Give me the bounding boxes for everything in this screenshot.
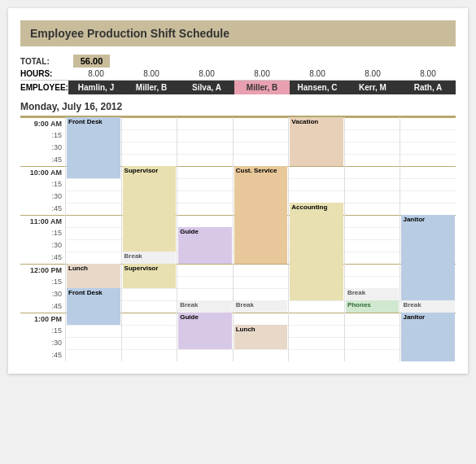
- time-945: :45: [20, 154, 65, 166]
- hours-cells: 8.00 8.00 8.00 8.00 8.00 8.00 8.00: [68, 69, 456, 78]
- col-miller2: Cust. Service Break Lunch: [233, 117, 289, 361]
- hours-row: HOURS: 8.00 8.00 8.00 8.00 8.00 8.00 8.0…: [20, 69, 456, 81]
- page-title: Employee Production Shift Schedule: [20, 20, 456, 46]
- time-9am: 9:00 AM: [20, 117, 65, 129]
- time-1015: :15: [20, 178, 65, 190]
- miller2-lunch: Lunch: [234, 325, 288, 349]
- emp-rath: Rath, A: [400, 81, 456, 94]
- hamlin-front-desk-1: Front Desk: [67, 117, 120, 178]
- hour-cell: 8.00: [290, 69, 345, 78]
- emp-hansen: Hansen, C: [290, 81, 345, 94]
- time-1045: :45: [20, 203, 65, 215]
- hour-cell: 8.00: [179, 69, 234, 78]
- col-kerr: Break Phones: [344, 117, 400, 361]
- time-930: :30: [20, 142, 65, 154]
- emp-miller-b: Miller, B: [124, 81, 179, 94]
- time-1115: :15: [20, 227, 65, 239]
- hour-cell: 8.00: [400, 69, 456, 78]
- employees-grid: Front Desk Lunch Front Desk: [65, 117, 456, 361]
- employee-cells: Hamlin, J Miller, B Silva, A Miller, B H…: [68, 81, 456, 94]
- silva-guide-2: Guide: [178, 313, 232, 349]
- emp-kerr: Kerr, M: [345, 81, 400, 94]
- hansen-accounting: Accounting: [290, 203, 343, 300]
- miller2-cust-service: Cust. Service: [234, 166, 288, 264]
- schedule-grid: 9:00 AM :15 :30 :45 10:00 AM :15 :30 :45…: [20, 116, 456, 361]
- day-header: Monday, July 16, 2012: [20, 101, 456, 112]
- time-1230: :30: [20, 288, 65, 300]
- total-row: TOTAL: 56.00: [20, 55, 456, 68]
- hour-cell: 8.00: [124, 69, 179, 78]
- miller-supervisor-1: Supervisor: [123, 166, 177, 264]
- col-hamlin: Front Desk Lunch Front Desk: [65, 117, 121, 361]
- kerr-break: Break: [346, 288, 400, 300]
- kerr-phones: Phones: [346, 300, 400, 313]
- miller2-break: Break: [234, 300, 288, 313]
- time-130: :30: [20, 337, 65, 349]
- miller-break: Break: [123, 252, 177, 264]
- miller-supervisor-2: Supervisor: [123, 264, 177, 288]
- hansen-vacation: Vacation: [290, 117, 343, 166]
- time-1030: :30: [20, 190, 65, 203]
- time-1245: :45: [20, 300, 65, 313]
- time-column: 9:00 AM :15 :30 :45 10:00 AM :15 :30 :45…: [20, 117, 65, 361]
- time-115: :15: [20, 325, 65, 337]
- silva-guide-1: Guide: [178, 227, 232, 264]
- time-1pm: 1:00 PM: [20, 313, 65, 325]
- col-silva: Guide Break Guide: [177, 117, 233, 361]
- hours-label: HOURS:: [20, 69, 68, 78]
- rath-janitor-2: Janitor: [401, 313, 455, 361]
- hour-cell: 8.00: [345, 69, 400, 78]
- col-miller: Supervisor Break Supervisor: [121, 117, 177, 361]
- rath-break: Break: [401, 300, 455, 313]
- employee-row: EMPLOYEE: Hamlin, J Miller, B Silva, A M…: [20, 81, 456, 94]
- time-915: :15: [20, 129, 65, 142]
- col-rath: Janitor Break Janitor: [400, 117, 456, 361]
- time-11am: 11:00 AM: [20, 215, 65, 227]
- rath-janitor-1: Janitor: [401, 215, 455, 313]
- time-1130: :30: [20, 239, 65, 252]
- totals-section: TOTAL: 56.00 HOURS: 8.00 8.00 8.00 8.00 …: [20, 55, 456, 94]
- emp-silva: Silva, A: [179, 81, 234, 94]
- time-145: :45: [20, 349, 65, 361]
- total-value: 56.00: [73, 55, 110, 68]
- emp-hamlin: Hamlin, J: [68, 81, 124, 94]
- time-12pm: 12:00 PM: [20, 264, 65, 276]
- time-1145: :45: [20, 252, 65, 264]
- emp-miller-b2: Miller, B: [234, 81, 290, 94]
- time-1215: :15: [20, 276, 65, 288]
- silva-break: Break: [178, 300, 232, 313]
- total-label: TOTAL:: [20, 57, 73, 66]
- hamlin-lunch: Lunch: [67, 264, 120, 288]
- page-container: Employee Production Shift Schedule TOTAL…: [8, 8, 468, 374]
- hour-cell: 8.00: [234, 69, 290, 78]
- hour-cell: 8.00: [68, 69, 124, 78]
- hamlin-front-desk-2: Front Desk: [67, 288, 120, 325]
- time-10am: 10:00 AM: [20, 166, 65, 178]
- col-hansen: Vacation Accounting: [288, 117, 344, 361]
- employee-label: EMPLOYEE:: [20, 83, 68, 92]
